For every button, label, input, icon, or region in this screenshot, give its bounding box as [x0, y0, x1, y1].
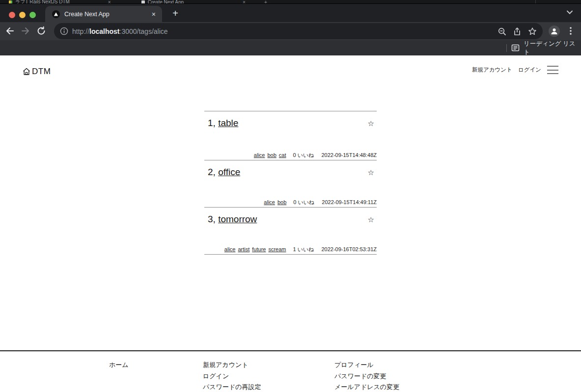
bookmarks-separator — [506, 44, 507, 52]
footer-link-change-password[interactable]: パスワードの変更 — [334, 371, 399, 382]
bookmarks-bar: リーディング リスト — [0, 40, 581, 55]
active-tab[interactable]: Create Next App × — [45, 6, 162, 22]
url-path: :3000/tags/alice — [120, 27, 168, 35]
tag-link[interactable]: alice — [264, 199, 275, 205]
back-button[interactable] — [5, 26, 15, 36]
post-title: 3, tomorrow — [204, 214, 257, 225]
share-icon[interactable] — [513, 27, 522, 36]
tag-link[interactable]: cat — [279, 152, 286, 158]
favorite-star-icon[interactable]: ☆ — [368, 167, 377, 178]
post-index: 1, — [208, 118, 216, 128]
background-newtab-icon: + — [264, 0, 267, 4]
reading-list-icon — [511, 44, 520, 52]
footer-link-profile[interactable]: プロフィール — [334, 360, 399, 371]
list-item: 1, table ☆ alice bob cat 0 いいね 2022-09-1… — [204, 111, 377, 160]
tag-link[interactable]: bob — [267, 152, 276, 158]
tag-link[interactable]: alice — [224, 246, 236, 252]
post-meta: alice bob 0 いいね 2022-09-15T14:49:11Z — [264, 199, 377, 207]
list-item: 3, tomorrow ☆ alice artist future scream… — [204, 207, 377, 254]
brand-label: DTM — [32, 67, 51, 77]
tab-title: Create Next App — [64, 11, 152, 18]
footer-link-home[interactable]: ホーム — [109, 360, 129, 371]
post-meta: alice bob cat 0 いいね 2022-09-15T14:48:48Z — [254, 152, 377, 160]
post-title: 1, table — [204, 118, 238, 129]
post-title-link[interactable]: tomorrow — [218, 214, 257, 224]
window-controls — [9, 12, 36, 18]
reading-list-button[interactable]: リーディング リスト — [511, 40, 581, 55]
background-window-tabstrip: ラフT Rails NextJS DTM × Create Next App ×… — [0, 0, 581, 4]
tab-close-icon[interactable]: × — [152, 11, 156, 18]
tag-link[interactable]: alice — [254, 152, 265, 158]
tag-link[interactable]: artist — [238, 246, 249, 252]
forward-button[interactable] — [21, 26, 30, 36]
site-footer: ホーム 新規アカウント ログイン パスワードの再設定 プロフィール パスワードの… — [0, 350, 581, 392]
window-zoom-button[interactable] — [29, 12, 36, 18]
zoom-out-icon[interactable] — [498, 27, 506, 36]
hamburger-menu-icon[interactable] — [547, 66, 558, 74]
tag-link[interactable]: future — [252, 246, 266, 252]
window-close-button[interactable] — [9, 12, 15, 18]
post-title-link[interactable]: office — [218, 167, 240, 177]
site-header: DTM 新規アカウント ログイン — [0, 55, 581, 78]
browser-menu-icon[interactable] — [567, 26, 575, 36]
tab-strip: Create Next App × + — [0, 4, 581, 22]
reload-button[interactable] — [36, 26, 46, 36]
nextjs-favicon-icon — [52, 10, 60, 18]
footer-link-change-email[interactable]: メールアドレスの変更 — [334, 382, 399, 392]
signup-link[interactable]: 新規アカウント — [472, 66, 512, 74]
favorite-star-icon[interactable]: ☆ — [368, 118, 377, 129]
footer-column-home: ホーム — [109, 360, 129, 371]
background-tab2-close-icon: × — [243, 0, 246, 4]
favorite-star-icon[interactable]: ☆ — [368, 214, 377, 225]
tag-link[interactable]: scream — [268, 246, 286, 252]
background-tab1-close-icon: × — [108, 0, 111, 4]
like-count: 0 いいね — [293, 152, 314, 159]
footer-column-profile: プロフィール パスワードの変更 メールアドレスの変更 — [334, 360, 399, 392]
url-bar[interactable]: http://localhost:3000/tags/alice — [54, 23, 543, 39]
url-scheme: http:// — [72, 27, 89, 35]
footer-link-login[interactable]: ログイン — [203, 371, 261, 382]
footer-column-account: 新規アカウント ログイン パスワードの再設定 — [203, 360, 261, 392]
url-host: localhost — [89, 27, 119, 35]
footer-link-password-reset[interactable]: パスワードの再設定 — [203, 382, 261, 392]
site-info-icon[interactable] — [60, 27, 68, 35]
footer-link-signup[interactable]: 新規アカウント — [203, 360, 261, 371]
timestamp: 2022-09-16T02:53:31Z — [321, 246, 377, 252]
background-tab1-favicon — [9, 0, 12, 4]
list-item: 2, office ☆ alice bob 0 いいね 2022-09-15T1… — [204, 160, 377, 207]
post-list: 1, table ☆ alice bob cat 0 いいね 2022-09-1… — [204, 111, 377, 255]
like-count: 1 いいね — [293, 246, 314, 253]
like-count: 0 いいね — [293, 199, 314, 206]
background-tab2-title: Create Next App — [148, 0, 184, 4]
browser-toolbar: http://localhost:3000/tags/alice — [0, 22, 581, 40]
home-icon — [23, 68, 30, 76]
post-title: 2, office — [204, 167, 240, 178]
timestamp: 2022-09-15T14:48:48Z — [321, 152, 377, 158]
post-meta: alice artist future scream 1 いいね 2022-09… — [224, 246, 377, 254]
new-tab-button[interactable]: + — [169, 7, 182, 20]
profile-avatar[interactable] — [549, 26, 560, 37]
tag-link[interactable]: bob — [277, 199, 286, 205]
reading-list-label: リーディング リスト — [524, 40, 581, 56]
web-page: DTM 新規アカウント ログイン 1, table ☆ alice bob ca… — [0, 55, 581, 392]
tab-search-chevron-icon[interactable] — [566, 10, 573, 15]
login-link[interactable]: ログイン — [518, 66, 541, 74]
timestamp: 2022-09-15T14:49:11Z — [322, 199, 377, 205]
post-title-link[interactable]: table — [218, 118, 238, 128]
window-minimize-button[interactable] — [19, 12, 26, 18]
bookmark-star-icon[interactable] — [528, 27, 537, 36]
post-index: 3, — [208, 214, 216, 224]
background-tab2-favicon — [141, 0, 145, 4]
background-tab1-title: ラフT Rails NextJS DTM — [15, 0, 70, 4]
post-index: 2, — [208, 167, 216, 177]
url-text[interactable]: http://localhost:3000/tags/alice — [72, 27, 498, 35]
home-link[interactable]: DTM — [23, 67, 51, 77]
background-window-divider — [535, 0, 536, 4]
